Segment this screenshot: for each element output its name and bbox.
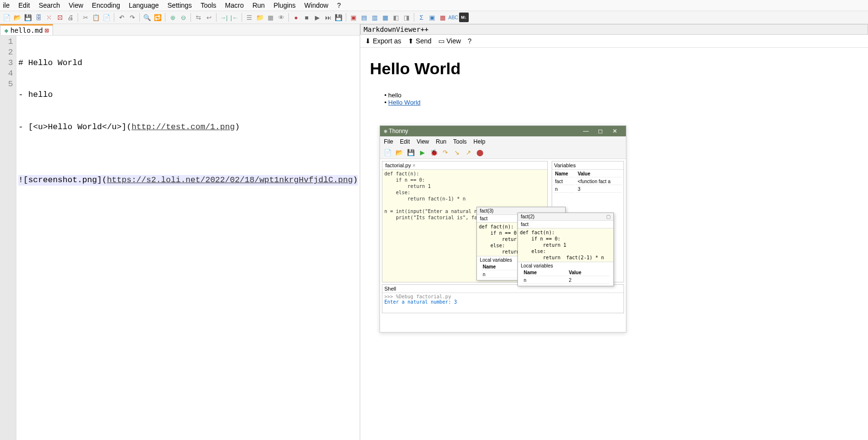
menu-window[interactable]: Window (304, 1, 328, 9)
find-icon[interactable]: 🔍 (142, 13, 152, 22)
menu-encoding[interactable]: Encoding (92, 1, 120, 9)
menu-run[interactable]: Run (252, 1, 265, 9)
menu-tools[interactable]: Tools (201, 1, 217, 9)
close-window-icon[interactable]: ✕ (608, 128, 622, 134)
redo-icon[interactable]: ↷ (127, 13, 137, 22)
maximize-icon[interactable]: ◻ (593, 128, 608, 134)
menu-language[interactable]: Language (129, 1, 159, 9)
plugin-icon[interactable]: ▦ (438, 13, 448, 22)
line-number: 2 (1, 47, 13, 58)
code-line[interactable]: - [<u>Hello World</u>](http://test.com/1… (18, 122, 358, 133)
code-editor[interactable]: 1 2 3 4 5 # Hello World - hello - [<u>He… (0, 36, 360, 440)
menu-macro[interactable]: Macro (225, 1, 244, 9)
minimize-icon[interactable]: — (579, 128, 593, 134)
save-all-icon[interactable]: 🗄 (34, 13, 43, 22)
doc-map-icon[interactable]: ▦ (266, 13, 275, 22)
table-row: fact<function fact a (553, 178, 623, 185)
zoom-in-icon[interactable]: ⊕ (168, 13, 177, 22)
code-url[interactable]: http://test.com/1.png (132, 122, 235, 132)
thonny-menu: File Edit View Run Tools Help (380, 136, 626, 147)
wrap-icon[interactable]: ↩ (204, 13, 214, 22)
new-icon[interactable]: 📄 (384, 149, 392, 157)
record-icon[interactable]: ● (291, 13, 301, 22)
step-over-icon[interactable]: ↷ (442, 149, 449, 157)
code-line[interactable]: ![screenshot.png](https://s2.loli.net/20… (18, 175, 358, 186)
line-number-gutter: 1 2 3 4 5 (0, 36, 16, 440)
fastplay-icon[interactable]: ⏭ (323, 13, 333, 22)
shell-content[interactable]: >>> %Debug factorial.py Enter a natural … (382, 293, 624, 306)
menu-help[interactable]: ? (337, 1, 341, 9)
plugin-icon[interactable]: ◨ (402, 13, 411, 22)
export-as-button[interactable]: ⬇Export as (365, 37, 401, 45)
new-file-icon[interactable]: 📄 (2, 13, 12, 22)
folder-view-icon[interactable]: 📁 (255, 13, 265, 22)
function-list-icon[interactable]: ☰ (244, 13, 254, 22)
code-line[interactable]: - hello (18, 90, 358, 100)
plugin-icon[interactable]: ▣ (349, 13, 358, 22)
view-button[interactable]: ▭View (438, 37, 461, 45)
file-tab[interactable]: ◆ hello.md ⊠ (0, 24, 53, 35)
debug-icon[interactable]: 🐞 (430, 149, 438, 157)
close-all-icon[interactable]: ⛝ (55, 13, 65, 22)
plugin-icon[interactable]: ◧ (391, 13, 401, 22)
sigma-icon[interactable]: Σ (417, 13, 426, 22)
send-button[interactable]: ⬆Send (408, 37, 432, 45)
play-icon[interactable]: ▶ (312, 13, 322, 22)
plugin-icon[interactable]: ▣ (427, 13, 437, 22)
preview-link[interactable]: Hello World (388, 99, 420, 106)
thonny-menu-item[interactable]: Help (474, 138, 486, 145)
menu-file[interactable]: ile (3, 1, 10, 9)
table-row: n3 (553, 186, 623, 193)
close-tab-icon[interactable]: × (412, 162, 415, 168)
stop-icon[interactable]: ⬤ (476, 149, 484, 157)
monitor-icon[interactable]: 👁 (276, 13, 286, 22)
save-icon[interactable]: 💾 (407, 149, 415, 157)
spellcheck-icon[interactable]: ABC (448, 13, 458, 22)
debug-frame-window[interactable]: fact(2)▢ fact def fact(n): if n == 0: re… (517, 213, 614, 286)
zoom-out-icon[interactable]: ⊖ (178, 13, 188, 22)
open-icon[interactable]: 📂 (395, 149, 403, 157)
plugin-icon[interactable]: ▤ (359, 13, 369, 22)
step-out-icon[interactable]: ↗ (465, 149, 473, 157)
cut-icon[interactable]: ✂ (81, 13, 90, 22)
save-icon[interactable]: 💾 (23, 13, 33, 22)
menu-search[interactable]: Search (39, 1, 60, 9)
help-button[interactable]: ? (468, 37, 472, 45)
indent-icon[interactable]: →| (219, 13, 229, 22)
outdent-icon[interactable]: |← (230, 13, 239, 22)
step-into-icon[interactable]: ↘ (453, 149, 461, 157)
replace-icon[interactable]: 🔁 (153, 13, 163, 22)
code-area[interactable]: # Hello World - hello - [<u>Hello World<… (16, 36, 360, 440)
code-line[interactable]: # Hello World (18, 58, 358, 68)
open-folder-icon[interactable]: 📂 (13, 13, 22, 22)
markdown-icon[interactable]: M↓ (459, 13, 469, 22)
plugin-icon[interactable]: ▦ (380, 13, 390, 22)
menu-plugins[interactable]: Plugins (273, 1, 296, 9)
close-icon[interactable]: ▢ (606, 214, 610, 219)
download-icon: ⬇ (365, 37, 371, 45)
save-macro-icon[interactable]: 💾 (334, 13, 343, 22)
sync-icon[interactable]: ⇆ (193, 13, 203, 22)
thonny-menu-item[interactable]: Run (436, 138, 447, 145)
plugin-icon[interactable]: ▥ (370, 13, 380, 22)
close-icon[interactable]: ⛌ (44, 13, 54, 22)
stop-icon[interactable]: ■ (302, 13, 312, 22)
list: hello Hello World (384, 92, 858, 106)
paste-icon[interactable]: 📄 (102, 13, 111, 22)
thonny-menu-item[interactable]: File (384, 138, 393, 145)
thonny-menu-item[interactable]: Edit (400, 138, 410, 145)
close-tab-icon[interactable]: ⊠ (45, 27, 49, 34)
menu-edit[interactable]: Edit (18, 1, 30, 9)
code-url[interactable]: https://s2.loli.net/2022/02/18/wpt1nkrgH… (107, 175, 353, 185)
thonny-file-tab[interactable]: factorial.py × (382, 161, 547, 170)
menu-view[interactable]: View (69, 1, 83, 9)
separator (414, 13, 414, 22)
thonny-menu-item[interactable]: View (417, 138, 429, 145)
print-icon[interactable]: 🖨 (66, 13, 75, 22)
thonny-menu-item[interactable]: Tools (453, 138, 467, 145)
menu-settings[interactable]: Settings (167, 1, 192, 9)
copy-icon[interactable]: 📋 (91, 13, 101, 22)
run-icon[interactable]: ▶ (419, 149, 426, 157)
undo-icon[interactable]: ↶ (117, 13, 126, 22)
line-number: 5 (1, 79, 13, 90)
